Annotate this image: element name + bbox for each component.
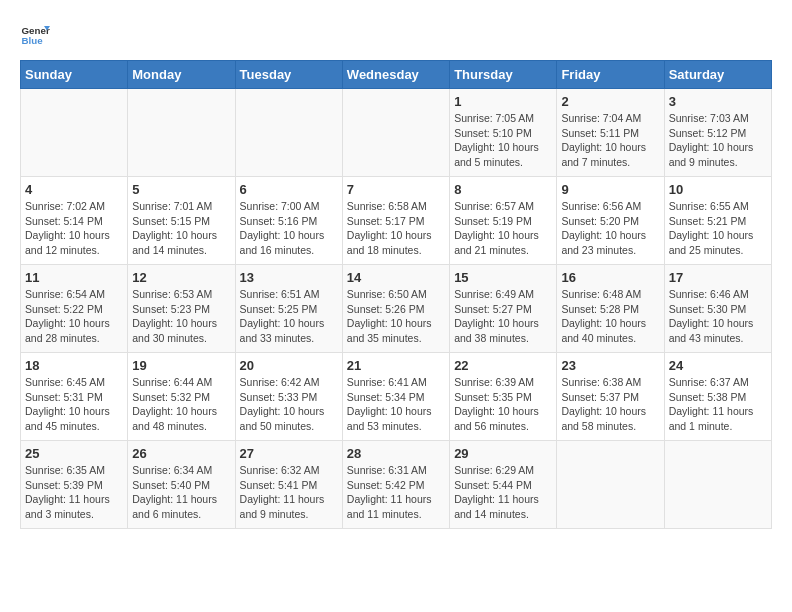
day-number: 24 (669, 358, 767, 373)
calendar-cell: 24Sunrise: 6:37 AMSunset: 5:38 PMDayligh… (664, 353, 771, 441)
calendar-week-row: 25Sunrise: 6:35 AMSunset: 5:39 PMDayligh… (21, 441, 772, 529)
calendar-table: SundayMondayTuesdayWednesdayThursdayFrid… (20, 60, 772, 529)
day-number: 1 (454, 94, 552, 109)
day-info: Sunrise: 6:39 AMSunset: 5:35 PMDaylight:… (454, 375, 552, 434)
weekday-header: Thursday (450, 61, 557, 89)
calendar-cell: 20Sunrise: 6:42 AMSunset: 5:33 PMDayligh… (235, 353, 342, 441)
day-number: 4 (25, 182, 123, 197)
day-number: 2 (561, 94, 659, 109)
day-number: 11 (25, 270, 123, 285)
calendar-cell (557, 441, 664, 529)
day-info: Sunrise: 6:55 AMSunset: 5:21 PMDaylight:… (669, 199, 767, 258)
day-info: Sunrise: 7:02 AMSunset: 5:14 PMDaylight:… (25, 199, 123, 258)
day-info: Sunrise: 6:31 AMSunset: 5:42 PMDaylight:… (347, 463, 445, 522)
day-info: Sunrise: 7:00 AMSunset: 5:16 PMDaylight:… (240, 199, 338, 258)
day-number: 3 (669, 94, 767, 109)
day-info: Sunrise: 7:05 AMSunset: 5:10 PMDaylight:… (454, 111, 552, 170)
calendar-cell: 6Sunrise: 7:00 AMSunset: 5:16 PMDaylight… (235, 177, 342, 265)
calendar-cell: 2Sunrise: 7:04 AMSunset: 5:11 PMDaylight… (557, 89, 664, 177)
day-info: Sunrise: 6:51 AMSunset: 5:25 PMDaylight:… (240, 287, 338, 346)
day-info: Sunrise: 7:01 AMSunset: 5:15 PMDaylight:… (132, 199, 230, 258)
weekday-header-row: SundayMondayTuesdayWednesdayThursdayFrid… (21, 61, 772, 89)
calendar-cell: 3Sunrise: 7:03 AMSunset: 5:12 PMDaylight… (664, 89, 771, 177)
day-number: 29 (454, 446, 552, 461)
day-info: Sunrise: 6:34 AMSunset: 5:40 PMDaylight:… (132, 463, 230, 522)
logo: General Blue (20, 20, 50, 50)
calendar-cell: 7Sunrise: 6:58 AMSunset: 5:17 PMDaylight… (342, 177, 449, 265)
calendar-week-row: 4Sunrise: 7:02 AMSunset: 5:14 PMDaylight… (21, 177, 772, 265)
calendar-cell: 16Sunrise: 6:48 AMSunset: 5:28 PMDayligh… (557, 265, 664, 353)
weekday-header: Friday (557, 61, 664, 89)
day-info: Sunrise: 6:54 AMSunset: 5:22 PMDaylight:… (25, 287, 123, 346)
day-info: Sunrise: 6:49 AMSunset: 5:27 PMDaylight:… (454, 287, 552, 346)
day-info: Sunrise: 6:41 AMSunset: 5:34 PMDaylight:… (347, 375, 445, 434)
calendar-cell (128, 89, 235, 177)
calendar-week-row: 11Sunrise: 6:54 AMSunset: 5:22 PMDayligh… (21, 265, 772, 353)
day-number: 7 (347, 182, 445, 197)
day-info: Sunrise: 7:03 AMSunset: 5:12 PMDaylight:… (669, 111, 767, 170)
calendar-cell (342, 89, 449, 177)
day-number: 10 (669, 182, 767, 197)
calendar-cell: 14Sunrise: 6:50 AMSunset: 5:26 PMDayligh… (342, 265, 449, 353)
day-number: 18 (25, 358, 123, 373)
calendar-cell: 11Sunrise: 6:54 AMSunset: 5:22 PMDayligh… (21, 265, 128, 353)
weekday-header: Sunday (21, 61, 128, 89)
calendar-cell: 27Sunrise: 6:32 AMSunset: 5:41 PMDayligh… (235, 441, 342, 529)
day-number: 19 (132, 358, 230, 373)
day-info: Sunrise: 6:57 AMSunset: 5:19 PMDaylight:… (454, 199, 552, 258)
day-number: 12 (132, 270, 230, 285)
calendar-cell: 13Sunrise: 6:51 AMSunset: 5:25 PMDayligh… (235, 265, 342, 353)
day-number: 21 (347, 358, 445, 373)
weekday-header: Wednesday (342, 61, 449, 89)
svg-text:Blue: Blue (22, 35, 44, 46)
day-info: Sunrise: 6:42 AMSunset: 5:33 PMDaylight:… (240, 375, 338, 434)
day-number: 28 (347, 446, 445, 461)
calendar-cell: 19Sunrise: 6:44 AMSunset: 5:32 PMDayligh… (128, 353, 235, 441)
day-info: Sunrise: 6:38 AMSunset: 5:37 PMDaylight:… (561, 375, 659, 434)
day-info: Sunrise: 6:35 AMSunset: 5:39 PMDaylight:… (25, 463, 123, 522)
calendar-cell: 29Sunrise: 6:29 AMSunset: 5:44 PMDayligh… (450, 441, 557, 529)
calendar-cell: 18Sunrise: 6:45 AMSunset: 5:31 PMDayligh… (21, 353, 128, 441)
day-info: Sunrise: 6:48 AMSunset: 5:28 PMDaylight:… (561, 287, 659, 346)
day-number: 23 (561, 358, 659, 373)
calendar-cell: 28Sunrise: 6:31 AMSunset: 5:42 PMDayligh… (342, 441, 449, 529)
day-number: 13 (240, 270, 338, 285)
day-info: Sunrise: 6:50 AMSunset: 5:26 PMDaylight:… (347, 287, 445, 346)
day-number: 25 (25, 446, 123, 461)
calendar-cell: 1Sunrise: 7:05 AMSunset: 5:10 PMDaylight… (450, 89, 557, 177)
day-info: Sunrise: 6:53 AMSunset: 5:23 PMDaylight:… (132, 287, 230, 346)
calendar-cell: 9Sunrise: 6:56 AMSunset: 5:20 PMDaylight… (557, 177, 664, 265)
calendar-cell: 8Sunrise: 6:57 AMSunset: 5:19 PMDaylight… (450, 177, 557, 265)
calendar-cell: 25Sunrise: 6:35 AMSunset: 5:39 PMDayligh… (21, 441, 128, 529)
day-number: 20 (240, 358, 338, 373)
day-number: 16 (561, 270, 659, 285)
day-number: 5 (132, 182, 230, 197)
day-number: 27 (240, 446, 338, 461)
day-info: Sunrise: 6:29 AMSunset: 5:44 PMDaylight:… (454, 463, 552, 522)
weekday-header: Tuesday (235, 61, 342, 89)
weekday-header: Monday (128, 61, 235, 89)
calendar-cell: 10Sunrise: 6:55 AMSunset: 5:21 PMDayligh… (664, 177, 771, 265)
day-info: Sunrise: 6:37 AMSunset: 5:38 PMDaylight:… (669, 375, 767, 434)
day-number: 15 (454, 270, 552, 285)
calendar-cell: 21Sunrise: 6:41 AMSunset: 5:34 PMDayligh… (342, 353, 449, 441)
calendar-cell (21, 89, 128, 177)
calendar-cell: 5Sunrise: 7:01 AMSunset: 5:15 PMDaylight… (128, 177, 235, 265)
day-number: 9 (561, 182, 659, 197)
day-info: Sunrise: 6:56 AMSunset: 5:20 PMDaylight:… (561, 199, 659, 258)
calendar-cell: 22Sunrise: 6:39 AMSunset: 5:35 PMDayligh… (450, 353, 557, 441)
day-info: Sunrise: 6:45 AMSunset: 5:31 PMDaylight:… (25, 375, 123, 434)
header: General Blue (20, 20, 772, 50)
day-number: 8 (454, 182, 552, 197)
day-number: 26 (132, 446, 230, 461)
day-info: Sunrise: 6:44 AMSunset: 5:32 PMDaylight:… (132, 375, 230, 434)
calendar-week-row: 1Sunrise: 7:05 AMSunset: 5:10 PMDaylight… (21, 89, 772, 177)
day-number: 14 (347, 270, 445, 285)
day-info: Sunrise: 6:58 AMSunset: 5:17 PMDaylight:… (347, 199, 445, 258)
calendar-cell: 23Sunrise: 6:38 AMSunset: 5:37 PMDayligh… (557, 353, 664, 441)
day-info: Sunrise: 6:32 AMSunset: 5:41 PMDaylight:… (240, 463, 338, 522)
calendar-cell: 17Sunrise: 6:46 AMSunset: 5:30 PMDayligh… (664, 265, 771, 353)
weekday-header: Saturday (664, 61, 771, 89)
calendar-week-row: 18Sunrise: 6:45 AMSunset: 5:31 PMDayligh… (21, 353, 772, 441)
day-number: 17 (669, 270, 767, 285)
